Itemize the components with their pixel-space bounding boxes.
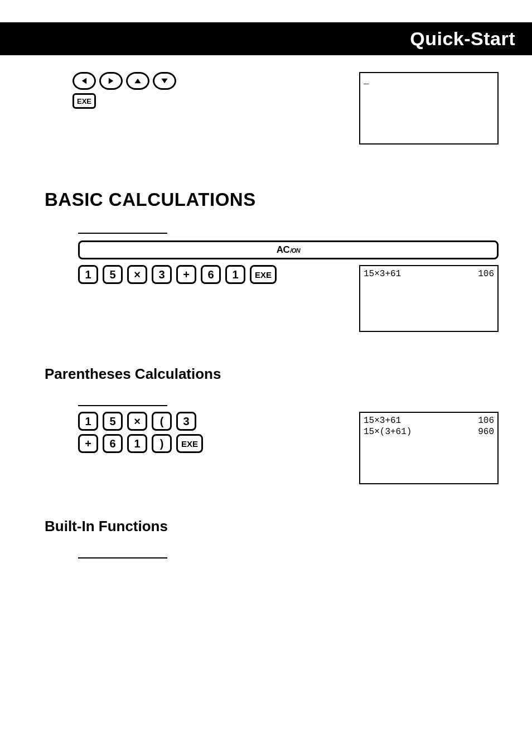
paren-key-sequence: 1 5 × ( 3 + 6 1 ) EXE xyxy=(78,412,206,453)
builtin-heading: Built-In Functions xyxy=(45,518,499,535)
svg-marker-3 xyxy=(161,79,167,83)
cursor-and-lcd-row: EXE _ xyxy=(45,72,499,145)
key-p3[interactable]: 3 xyxy=(176,412,196,431)
exe-label: EXE xyxy=(77,97,91,105)
lcd-screen-paren: 15×3+61 106 15×(3+61) 960 xyxy=(359,412,499,484)
lcd-paren-result1: 106 xyxy=(478,415,494,426)
key-pexe[interactable]: EXE xyxy=(176,434,203,453)
exe-key[interactable]: EXE xyxy=(72,93,96,109)
divider-1 xyxy=(78,233,167,234)
basic-key-sequence: 1 5 × 3 + 6 1 EXE xyxy=(78,265,277,284)
basic-calculations-heading: BASIC CALCULATIONS xyxy=(45,189,499,210)
key-open-paren[interactable]: ( xyxy=(152,412,172,431)
key-pplus[interactable]: + xyxy=(78,434,98,453)
lcd-paren-expr2: 15×(3+61) xyxy=(364,426,412,437)
cursor-keys: EXE xyxy=(72,72,176,109)
lcd-screen-top: _ xyxy=(359,72,499,145)
svg-marker-0 xyxy=(82,78,86,84)
on-label: /ON xyxy=(290,247,300,254)
svg-marker-1 xyxy=(109,78,113,84)
key-6[interactable]: 6 xyxy=(201,265,221,284)
right-arrow-key[interactable] xyxy=(99,72,123,90)
triangle-right-icon xyxy=(107,77,115,85)
header-title: Quick-Start xyxy=(410,28,515,49)
divider-3 xyxy=(78,557,167,558)
key-plus[interactable]: + xyxy=(176,265,196,284)
lcd-paren-result2: 960 xyxy=(478,426,494,437)
lcd-basic-expr: 15×3+61 xyxy=(364,268,401,280)
key-p1[interactable]: 1 xyxy=(78,412,98,431)
up-arrow-key[interactable] xyxy=(126,72,149,90)
triangle-down-icon xyxy=(161,77,168,85)
basic-op-row: 1 5 × 3 + 6 1 EXE 15×3+61 106 xyxy=(45,265,499,332)
divider-2 xyxy=(78,405,167,406)
triangle-left-icon xyxy=(80,77,88,85)
triangle-up-icon xyxy=(134,77,142,85)
key-5[interactable]: 5 xyxy=(103,265,123,284)
key-exe[interactable]: EXE xyxy=(250,265,277,284)
key-multiply[interactable]: × xyxy=(127,265,147,284)
ac-label: AC xyxy=(277,244,290,256)
key-1[interactable]: 1 xyxy=(78,265,98,284)
key-p1b[interactable]: 1 xyxy=(127,434,147,453)
left-arrow-key[interactable] xyxy=(72,72,96,90)
key-p5[interactable]: 5 xyxy=(103,412,123,431)
header-band: Quick-Start xyxy=(0,22,532,55)
parentheses-heading: Parentheses Calculations xyxy=(45,365,499,383)
key-1b[interactable]: 1 xyxy=(225,265,245,284)
key-3[interactable]: 3 xyxy=(152,265,172,284)
down-arrow-key[interactable] xyxy=(153,72,176,90)
lcd-screen-basic: 15×3+61 106 xyxy=(359,265,499,332)
lcd-cursor: _ xyxy=(364,75,369,86)
key-p6[interactable]: 6 xyxy=(103,434,123,453)
ac-on-key[interactable]: AC /ON xyxy=(78,240,499,259)
key-pmul[interactable]: × xyxy=(127,412,147,431)
key-close-paren[interactable]: ) xyxy=(152,434,172,453)
lcd-paren-expr1: 15×3+61 xyxy=(364,415,401,426)
svg-marker-2 xyxy=(134,79,141,83)
lcd-basic-result: 106 xyxy=(478,268,494,280)
paren-op-row: 1 5 × ( 3 + 6 1 ) EXE 15×3+61 106 15×(3+… xyxy=(45,412,499,484)
